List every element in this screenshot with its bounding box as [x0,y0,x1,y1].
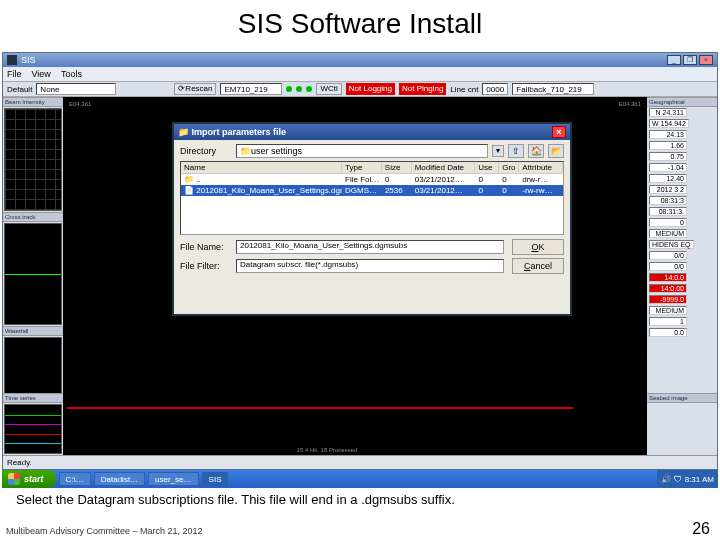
status-dot-1 [286,86,292,92]
val-r1: 14:0.0 [649,273,687,282]
ok-button[interactable]: OK [512,239,564,255]
right-header-1: Geographical [647,97,717,107]
seabed-line [67,407,573,409]
toolbar: Default None ⟳Rescan EM710_219 WCtl Not … [3,81,717,97]
filefilter-label: File Filter: [180,261,232,271]
windows-logo-icon [8,473,20,485]
seabed-plot[interactable]: 15.4 Hit, 18 Processed [63,393,647,455]
file-icon: 📄 [184,186,194,195]
col-name[interactable]: Name [181,162,342,173]
val-11: 0 [649,218,687,227]
panel-waterfall-header[interactable]: Waterfall [3,326,63,336]
rescan-button[interactable]: ⟳Rescan [174,83,216,95]
val-10: 08:31:3. [649,207,687,216]
task-item-2[interactable]: Datadist… [94,472,145,486]
tray-icon[interactable]: 🛡 [674,475,682,484]
default-field[interactable]: None [36,83,116,95]
home-button[interactable]: 🏠 [528,144,544,158]
dialog-titlebar[interactable]: 📁 Import parameters file × [174,124,570,140]
dialog-close-button[interactable]: × [552,126,566,138]
val-16: MEDIUM [649,306,687,315]
task-item-1[interactable]: C:\… [59,472,91,486]
val-lat: N 24.311 [649,108,687,117]
menu-view[interactable]: View [32,69,51,79]
coord-tr: E04.361 [619,101,641,107]
up-dir-button[interactable]: ⇧ [508,144,524,158]
linecnt-label: Line cnt [450,85,478,94]
slide-footer: Multibeam Advisory Committee – March 21,… [6,526,203,536]
col-use[interactable]: Use [475,162,499,173]
right-panels: Geographical N 24.311 W 154.942 24.13 1.… [647,97,717,441]
val-r2: 14:0.00 [649,284,687,293]
seabed-header: Seabed image [647,393,717,403]
bottom-strip: Time series 15.4 Hit, 18 Processed Seabe… [3,393,717,455]
menu-tools[interactable]: Tools [61,69,82,79]
coord-tl: E04.361 [69,101,91,107]
col-gro[interactable]: Gro [499,162,519,173]
status-text: Ready. [7,458,32,467]
ship-field[interactable]: EM710_219 [220,83,282,95]
windows-taskbar: start C:\… Datadist… user_se… SIS 🔊 🛡 8:… [2,470,718,488]
val-7: 12.40 [649,174,687,183]
slide-title: SIS Software Install [0,0,720,44]
titlebar[interactable]: SIS _ ❐ × [3,53,717,67]
folder-icon: 📁 [178,127,189,137]
menu-file[interactable]: File [7,69,22,79]
file-row-selected[interactable]: 📄 2012081_Kilo_Moana_User_Settings.dgmsu… [181,185,563,196]
close-button[interactable]: × [699,55,713,65]
directory-select[interactable]: 📁 user settings [236,144,488,158]
filefilter-select[interactable]: Datagram subscr. file(*.dgmsubs) [236,259,504,273]
filename-label: File Name: [180,242,232,252]
seabed-info: 15.4 Hit, 18 Processed [297,447,358,453]
val-4: 1.66 [649,141,687,150]
file-row-parent[interactable]: 📁 .. File Fol… 0 03/21/2012… 0 0 drw-r… [181,174,563,185]
start-button[interactable]: start [2,470,56,488]
val-5: 0.75 [649,152,687,161]
wctl-button[interactable]: WCtl [316,83,341,95]
val-17: 1 [649,317,687,326]
val-lon: W 154.942 [649,119,689,128]
import-dialog: 📁 Import parameters file × Directory 📁 u… [172,122,572,316]
directory-dropdown-icon[interactable]: ▾ [492,145,504,157]
task-item-3[interactable]: user_se… [148,472,198,486]
status-dot-3 [306,86,312,92]
minimize-button[interactable]: _ [667,55,681,65]
maximize-button[interactable]: ❐ [683,55,697,65]
col-date[interactable]: Modified Date [412,162,476,173]
panel-beam-header[interactable]: Beam Intensity [3,97,63,107]
status-dot-2 [296,86,302,92]
panel-beam[interactable] [4,108,62,211]
panel-cross-header[interactable]: Cross track [3,212,63,222]
val-15: 0/0 [649,262,687,271]
val-13: HIDENS EQ [649,240,694,249]
slide-pagenum: 26 [692,520,710,538]
panel-cross[interactable] [4,223,62,326]
task-item-sis[interactable]: SIS [202,472,229,486]
not-pinging: Not Pinging [399,83,446,95]
directory-label: Directory [180,146,232,156]
not-logging: Not Logging [346,83,395,95]
file-list-header[interactable]: Name Type Size Modified Date Use Gro Att… [181,162,563,174]
filename-input[interactable]: 2012081_Kilo_Moana_User_Settings.dgmsubs [236,240,504,254]
fallback-field[interactable]: Fallback_710_219 [512,83,594,95]
timeseries-header[interactable]: Time series [3,393,63,403]
app-icon [7,55,17,65]
val-6: -1.04 [649,163,687,172]
app-title: SIS [21,55,36,65]
val-3: 24.13 [649,130,687,139]
dialog-title: Import parameters file [192,127,287,137]
col-size[interactable]: Size [382,162,412,173]
timeseries-chart[interactable] [4,404,62,454]
file-list[interactable]: Name Type Size Modified Date Use Gro Att… [180,161,564,235]
val-8: 2012 3 2 [649,185,687,194]
left-panels: Beam Intensity Cross track Waterfall [3,97,63,441]
statusbar: Ready. [3,455,717,469]
cancel-button[interactable]: Cancel [512,258,564,274]
col-attr[interactable]: Attribute [519,162,563,173]
system-tray[interactable]: 🔊 🛡 8:31 AM [657,470,718,488]
tray-icon[interactable]: 🔊 [661,475,671,484]
val-r3: -9999.0 [649,295,687,304]
linecnt-field: 0000 [482,83,508,95]
col-type[interactable]: Type [342,162,382,173]
new-folder-button[interactable]: 📂 [548,144,564,158]
